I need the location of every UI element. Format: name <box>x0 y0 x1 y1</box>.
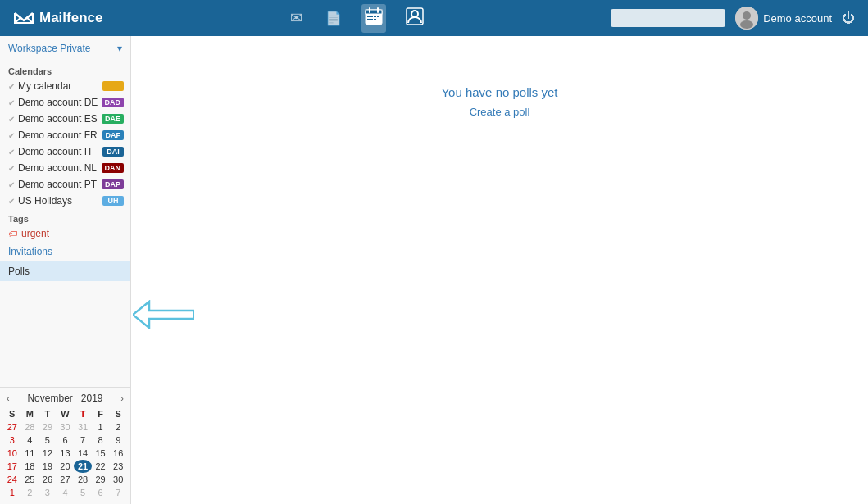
cal-day[interactable]: 7 <box>74 434 92 447</box>
cal-day[interactable]: 18 <box>21 460 39 473</box>
cal-day[interactable]: 28 <box>21 420 39 434</box>
sidebar-item-ush[interactable]: ✔ US Holidays UH <box>0 193 130 209</box>
day-header-thu: T <box>74 407 92 420</box>
cal-day[interactable]: 6 <box>57 434 75 447</box>
tag-icon: 🏷 <box>8 229 17 238</box>
logo-text: Mailfence <box>39 10 102 26</box>
sidebar-item-it[interactable]: ✔ Demo account IT DAI <box>0 143 130 160</box>
sidebar-item-urgent[interactable]: 🏷 urgent <box>0 225 130 242</box>
cal-day[interactable]: 19 <box>39 460 57 473</box>
cal-day-today[interactable]: 21 <box>74 460 92 473</box>
cal-day[interactable]: 4 <box>21 434 39 447</box>
day-header-sun: S <box>3 407 21 420</box>
svg-rect-3 <box>366 10 382 14</box>
mini-cal-header: ‹ November 2019 › <box>3 393 127 407</box>
check-icon: ✔ <box>8 131 15 140</box>
logo-icon <box>13 10 34 26</box>
day-header-fri: F <box>92 407 110 420</box>
calendar-badge-nl: DAN <box>102 163 125 173</box>
cal-day[interactable]: 30 <box>109 473 127 486</box>
mail-nav-icon[interactable]: ✉ <box>287 6 306 30</box>
cal-day[interactable]: 5 <box>74 486 92 499</box>
svg-marker-18 <box>133 302 194 328</box>
search-input[interactable] <box>611 9 725 27</box>
cal-day[interactable]: 5 <box>39 434 57 447</box>
svg-rect-11 <box>370 19 373 20</box>
header-nav: ✉ 📄 <box>287 4 427 33</box>
cal-day[interactable]: 24 <box>3 473 21 486</box>
cal-day[interactable]: 4 <box>57 486 75 499</box>
cal-day[interactable]: 22 <box>92 460 110 473</box>
cal-day[interactable]: 1 <box>92 420 110 434</box>
polls-main: You have no polls yet Create a poll <box>131 36 868 118</box>
sidebar-item-nl[interactable]: ✔ Demo account NL DAN <box>0 160 130 176</box>
cal-day[interactable]: 29 <box>92 473 110 486</box>
empty-state-text: You have no polls yet <box>441 85 557 99</box>
check-icon: ✔ <box>8 148 15 157</box>
cal-day[interactable]: 3 <box>3 434 21 447</box>
calendar-badge-pt: DAP <box>102 179 124 189</box>
cal-day[interactable]: 26 <box>39 473 57 486</box>
cal-day[interactable]: 29 <box>39 420 57 434</box>
avatar <box>735 7 758 30</box>
cal-day[interactable]: 15 <box>92 447 110 460</box>
docs-nav-icon[interactable]: 📄 <box>322 7 345 30</box>
next-month-button[interactable]: › <box>120 393 124 403</box>
svg-rect-9 <box>377 16 379 17</box>
sidebar-item-es[interactable]: ✔ Demo account ES DAE <box>0 111 130 127</box>
day-header-mon: M <box>21 407 39 420</box>
check-icon: ✔ <box>8 164 15 173</box>
cal-day[interactable]: 11 <box>21 447 39 460</box>
cal-day[interactable]: 9 <box>109 434 127 447</box>
cal-day[interactable]: 12 <box>39 447 57 460</box>
cal-day[interactable]: 6 <box>92 486 110 499</box>
arrow-icon <box>133 300 194 329</box>
cal-day[interactable]: 3 <box>39 486 57 499</box>
sidebar-item-my-calendar[interactable]: ✔ My calendar <box>0 78 130 94</box>
workspace-selector[interactable]: Workspace Private ▾ <box>0 36 130 61</box>
cal-day[interactable]: 7 <box>109 486 127 499</box>
cal-day[interactable]: 2 <box>21 486 39 499</box>
calendar-badge-ush: UH <box>102 196 124 206</box>
logo-area: Mailfence <box>13 10 102 26</box>
cal-day[interactable]: 13 <box>57 447 75 460</box>
calendar-nav-icon[interactable] <box>361 4 386 33</box>
cal-day[interactable]: 10 <box>3 447 21 460</box>
create-poll-link[interactable]: Create a poll <box>441 106 557 118</box>
power-icon[interactable]: ⏻ <box>842 11 855 25</box>
chevron-down-icon: ▾ <box>117 43 122 54</box>
sidebar-item-pt[interactable]: ✔ Demo account PT DAP <box>0 176 130 193</box>
sidebar-item-de[interactable]: ✔ Demo account DE DAD <box>0 94 130 111</box>
check-icon: ✔ <box>8 98 15 107</box>
calendar-item-label: US Holidays <box>18 195 72 207</box>
sidebar-item-fr[interactable]: ✔ Demo account FR DAF <box>0 127 130 143</box>
cal-day[interactable]: 28 <box>74 473 92 486</box>
cal-day[interactable]: 8 <box>92 434 110 447</box>
sidebar: Workspace Private ▾ Calendars ✔ My calen… <box>0 36 131 504</box>
user-area: Demo account <box>735 7 832 30</box>
sidebar-item-polls[interactable]: Polls <box>0 261 130 281</box>
cal-day[interactable]: 20 <box>57 460 75 473</box>
content-area: You have no polls yet Create a poll <box>131 36 868 504</box>
cal-day[interactable]: 30 <box>57 420 75 434</box>
cal-day[interactable]: 25 <box>21 473 39 486</box>
calendar-badge-it: DAI <box>102 147 124 157</box>
cal-day[interactable]: 14 <box>74 447 92 460</box>
cal-day[interactable]: 17 <box>3 460 21 473</box>
calendar-badge-de: DAD <box>102 98 125 107</box>
cal-day[interactable]: 23 <box>109 460 127 473</box>
cal-day[interactable]: 27 <box>3 420 21 434</box>
contacts-nav-icon[interactable] <box>402 4 427 33</box>
cal-day[interactable]: 27 <box>57 473 75 486</box>
cal-day[interactable]: 16 <box>109 447 127 460</box>
prev-month-button[interactable]: ‹ <box>7 393 10 403</box>
cal-day[interactable]: 2 <box>109 420 127 434</box>
calendar-item-label: My calendar <box>18 80 71 92</box>
sidebar-item-invitations[interactable]: Invitations <box>0 242 130 261</box>
cal-day[interactable]: 1 <box>3 486 21 499</box>
tags-section-title: Tags <box>0 209 130 225</box>
day-header-tue: T <box>39 407 57 420</box>
cal-day[interactable]: 31 <box>74 420 92 434</box>
mini-cal-title: November 2019 <box>27 393 102 404</box>
svg-rect-12 <box>374 19 376 20</box>
